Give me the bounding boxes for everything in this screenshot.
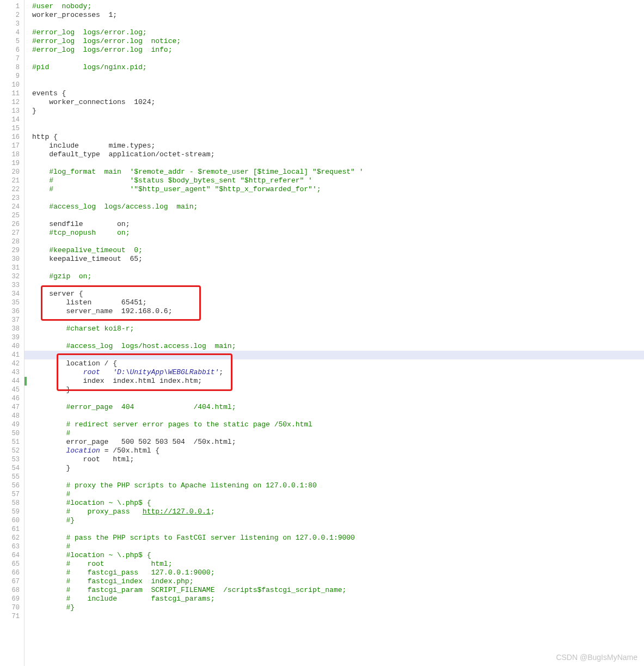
code-line[interactable]: #} — [32, 516, 644, 525]
code-line[interactable]: #location ~ \.php$ { — [32, 499, 644, 508]
token-plain: ; — [143, 298, 147, 307]
token-comment: #} — [32, 516, 75, 524]
code-line[interactable]: events { — [32, 89, 644, 98]
line-number: 71 — [0, 612, 20, 621]
line-number: 63 — [0, 542, 20, 551]
code-area[interactable]: #user nobody;worker_processes 1; #error_… — [24, 0, 644, 666]
code-line[interactable] — [32, 264, 644, 272]
code-line[interactable]: } — [32, 107, 644, 115]
code-line[interactable]: # '"$http_user_agent" "$http_x_forwarded… — [32, 185, 644, 194]
code-line[interactable]: #error_log logs/error.log info; — [32, 46, 644, 54]
code-line[interactable]: #charset koi8-r; — [32, 325, 644, 333]
code-line[interactable]: #error_log logs/error.log; — [32, 28, 644, 37]
code-line[interactable]: keepalive_timeout 65; — [32, 255, 644, 264]
code-line[interactable]: # root html; — [32, 560, 644, 569]
code-line[interactable] — [32, 124, 644, 133]
line-number: 51 — [0, 438, 20, 447]
token-comment: # fastcgi_pass 127.0.0.1:9000; — [32, 569, 214, 577]
code-line[interactable]: error_page 500 502 503 504 /50x.html; — [32, 438, 644, 447]
code-line[interactable]: # proxy_pass http://127.0.0.1; — [32, 508, 644, 516]
code-line[interactable] — [32, 612, 644, 621]
line-number: 25 — [0, 211, 20, 220]
code-line[interactable]: #access_log logs/host.access.log main; — [32, 342, 644, 351]
code-line[interactable] — [32, 20, 644, 28]
code-line[interactable]: #tcp_nopush on; — [32, 229, 644, 237]
code-line[interactable] — [32, 394, 644, 403]
line-number: 1 — [0, 2, 20, 11]
code-line[interactable]: server { — [32, 290, 644, 298]
code-line[interactable]: index index.html index.htm; — [32, 377, 644, 386]
code-line[interactable]: #log_format main '$remote_addr - $remote… — [32, 168, 644, 176]
code-line[interactable]: #} — [32, 603, 644, 612]
code-line[interactable]: #pid logs/nginx.pid; — [32, 63, 644, 72]
token-comment: #access_log logs/host.access.log main; — [32, 342, 236, 350]
code-line[interactable]: # redirect server error pages to the sta… — [32, 420, 644, 429]
code-line[interactable] — [32, 159, 644, 168]
code-line[interactable] — [32, 525, 644, 534]
code-line[interactable]: default_type application/octet-stream; — [32, 150, 644, 159]
code-line[interactable]: sendfile on; — [32, 220, 644, 229]
token-plain: events { — [32, 89, 66, 97]
code-line[interactable]: listen 65451; — [32, 298, 644, 307]
code-line[interactable] — [32, 281, 644, 290]
code-line[interactable]: root html; — [32, 455, 644, 464]
code-line[interactable]: include mime.types; — [32, 142, 644, 150]
code-line[interactable]: # '$status $body_bytes_sent "$http_refer… — [32, 176, 644, 185]
token-comment: # — [32, 490, 70, 498]
token-comment: #user nobody; — [32, 2, 91, 10]
code-line[interactable]: # — [32, 542, 644, 551]
code-line[interactable]: #user nobody; — [32, 2, 644, 11]
line-number: 52 — [0, 447, 20, 455]
code-line[interactable]: location = /50x.html { — [32, 447, 644, 455]
code-line[interactable]: location / { — [32, 359, 644, 368]
token-plain — [100, 368, 113, 376]
code-line[interactable]: #error_page 404 /404.html; — [32, 403, 644, 412]
line-number: 54 — [0, 464, 20, 473]
code-line[interactable]: #error_log logs/error.log notice; — [32, 37, 644, 46]
code-line[interactable] — [32, 211, 644, 220]
token-plain: 500 502 503 504 — [121, 438, 185, 446]
line-number: 18 — [0, 150, 20, 159]
code-line[interactable]: worker_connections 1024; — [32, 98, 644, 107]
code-line[interactable] — [32, 115, 644, 124]
code-line[interactable] — [32, 316, 644, 325]
code-line[interactable] — [32, 194, 644, 203]
code-line[interactable]: # — [32, 490, 644, 499]
code-line[interactable]: #location ~ \.php$ { — [32, 551, 644, 560]
code-line[interactable]: # fastcgi_pass 127.0.0.1:9000; — [32, 569, 644, 577]
code-line[interactable]: #gzip on; — [32, 272, 644, 281]
line-number: 21 — [0, 176, 20, 185]
code-line[interactable]: # — [32, 429, 644, 438]
code-line[interactable]: } — [32, 464, 644, 473]
line-number: 45 — [0, 386, 20, 394]
token-plain: location / { — [32, 359, 117, 368]
code-line[interactable] — [32, 72, 644, 81]
code-line[interactable]: # pass the PHP scripts to FastCGI server… — [32, 534, 644, 542]
line-number: 40 — [0, 342, 20, 351]
code-line[interactable]: http { — [32, 133, 644, 142]
code-line[interactable]: worker_processes 1; — [32, 11, 644, 20]
code-editor[interactable]: 1234567891011121314151617181920212223242… — [0, 0, 644, 666]
code-line[interactable]: # proxy the PHP scripts to Apache listen… — [32, 481, 644, 490]
code-line[interactable]: root 'D:\UnityApp\WEBGLRabbit'; — [32, 368, 644, 377]
code-line[interactable] — [32, 81, 644, 89]
line-number: 32 — [0, 272, 20, 281]
code-line[interactable]: #access_log logs/access.log main; — [32, 203, 644, 211]
code-line[interactable] — [32, 54, 644, 63]
token-plain: 65451 — [121, 298, 143, 307]
code-line[interactable]: # fastcgi_param SCRIPT_FILENAME /scripts… — [32, 586, 644, 595]
code-line[interactable] — [32, 333, 644, 342]
line-number: 58 — [0, 499, 20, 508]
code-line[interactable]: } — [32, 386, 644, 394]
code-line[interactable] — [32, 473, 644, 481]
line-number: 9 — [0, 72, 20, 81]
code-line[interactable] — [32, 412, 644, 420]
code-line[interactable] — [32, 237, 644, 246]
token-comment: #keepalive_timeout 0; — [32, 246, 143, 254]
code-line[interactable]: # fastcgi_index index.php; — [32, 577, 644, 586]
line-number: 56 — [0, 481, 20, 490]
code-line[interactable]: #keepalive_timeout 0; — [32, 246, 644, 255]
code-line[interactable]: # include fastcgi_params; — [32, 595, 644, 603]
code-line[interactable] — [24, 351, 644, 359]
code-line[interactable]: server_name 192.168.0.6; — [32, 307, 644, 316]
